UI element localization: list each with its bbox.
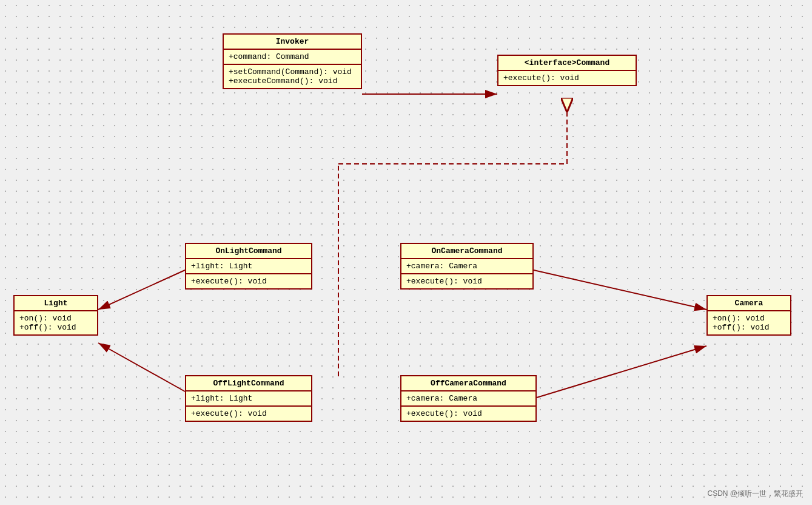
- on-light-command-title: OnLightCommand: [186, 244, 311, 259]
- off-camera-command-fields: +camera: Camera: [401, 391, 535, 407]
- off-camera-command-class: OffCameraCommand +camera: Camera +execut…: [400, 375, 537, 422]
- camera-method-1: +on(): void: [713, 314, 785, 323]
- invoker-title: Invoker: [224, 35, 361, 50]
- invoker-method-1: +setCommand(Command): void: [229, 67, 356, 76]
- off-camera-command-field-1: +camera: Camera: [406, 394, 531, 403]
- camera-method-2: +off(): void: [713, 323, 785, 332]
- off-camera-command-method-1: +execute(): void: [406, 409, 531, 418]
- invoker-method-2: +executeCommand(): void: [229, 76, 356, 86]
- camera-class: Camera +on(): void +off(): void: [706, 295, 791, 336]
- svg-line-9: [98, 343, 185, 391]
- off-light-command-method-1: +execute(): void: [191, 409, 306, 418]
- svg-line-11: [537, 346, 706, 398]
- on-camera-command-title: OnCameraCommand: [401, 244, 532, 259]
- on-light-command-field-1: +light: Light: [191, 262, 306, 271]
- off-light-command-class: OffLightCommand +light: Light +execute()…: [185, 375, 312, 422]
- watermark: CSDN @倾听一世，繁花盛开: [707, 489, 803, 499]
- command-interface-class: <interface>Command +execute(): void: [497, 55, 637, 86]
- on-camera-command-method-1: +execute(): void: [406, 277, 528, 286]
- invoker-field-1: +command: Command: [229, 52, 356, 61]
- light-methods: +on(): void +off(): void: [15, 311, 97, 334]
- off-light-command-fields: +light: Light: [186, 391, 311, 407]
- camera-methods: +on(): void +off(): void: [708, 311, 790, 334]
- on-light-command-class: OnLightCommand +light: Light +execute():…: [185, 243, 312, 290]
- invoker-class: Invoker +command: Command +setCommand(Co…: [223, 33, 362, 89]
- invoker-fields: +command: Command: [224, 50, 361, 65]
- command-interface-method-1: +execute(): void: [503, 73, 631, 83]
- light-method-1: +on(): void: [19, 314, 92, 323]
- on-camera-command-fields: +camera: Camera: [401, 259, 532, 274]
- on-light-command-fields: +light: Light: [186, 259, 311, 274]
- svg-line-10: [534, 270, 706, 310]
- on-camera-command-field-1: +camera: Camera: [406, 262, 528, 271]
- off-light-command-field-1: +light: Light: [191, 394, 306, 403]
- on-camera-command-class: OnCameraCommand +camera: Camera +execute…: [400, 243, 534, 290]
- camera-title: Camera: [708, 296, 790, 311]
- command-interface-methods: +execute(): void: [498, 71, 636, 85]
- command-interface-title: <interface>Command: [498, 56, 636, 71]
- svg-line-8: [98, 270, 185, 310]
- off-camera-command-title: OffCameraCommand: [401, 376, 535, 391]
- on-camera-command-methods: +execute(): void: [401, 274, 532, 288]
- light-class: Light +on(): void +off(): void: [13, 295, 98, 336]
- off-light-command-title: OffLightCommand: [186, 376, 311, 391]
- light-method-2: +off(): void: [19, 323, 92, 332]
- light-title: Light: [15, 296, 97, 311]
- off-camera-command-methods: +execute(): void: [401, 407, 535, 421]
- invoker-methods: +setCommand(Command): void +executeComma…: [224, 65, 361, 88]
- on-light-command-method-1: +execute(): void: [191, 277, 306, 286]
- on-light-command-methods: +execute(): void: [186, 274, 311, 288]
- off-light-command-methods: +execute(): void: [186, 407, 311, 421]
